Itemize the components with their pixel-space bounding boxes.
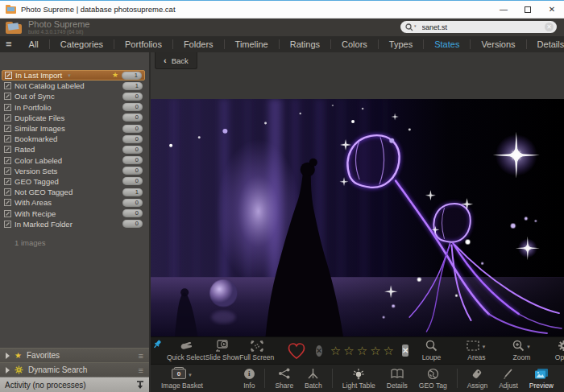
image-basket-button[interactable]: 0▼ Image Basket bbox=[156, 367, 209, 390]
areas-button[interactable]: ▼ Areas bbox=[454, 340, 499, 361]
minimize-button[interactable]: — bbox=[491, 1, 516, 18]
count-badge: 0 bbox=[122, 113, 143, 122]
sidebar-item-similar-images[interactable]: Similar Images 0 bbox=[2, 123, 145, 134]
favorite-heart-icon[interactable] bbox=[287, 342, 306, 360]
tab-timeline[interactable]: Timeline bbox=[225, 36, 280, 52]
sidebar-item-color-labeled[interactable]: Color Labeled 0 bbox=[2, 155, 145, 166]
count-badge: 0 bbox=[122, 135, 143, 143]
count-badge: 0 bbox=[122, 156, 143, 164]
batch-button[interactable]: Batch bbox=[299, 367, 328, 390]
star-icon[interactable]: ☆ bbox=[370, 345, 380, 357]
zoom-button[interactable]: ▼ Zoom bbox=[499, 340, 544, 361]
sidebar-item-not-catalog-labeled[interactable]: Not Catalog Labeled 1 bbox=[2, 80, 145, 91]
window-title: Photo Supreme | database photosupreme.ca… bbox=[21, 5, 176, 14]
clear-favorite-icon[interactable]: ✕ bbox=[316, 345, 322, 357]
sidebar-item-bookmarked[interactable]: Bookmarked 0 bbox=[2, 134, 145, 144]
tab-categories[interactable]: Categories bbox=[50, 36, 114, 52]
filter-label: Color Labeled bbox=[15, 156, 62, 165]
quick-select-button[interactable]: Quick Select bbox=[167, 340, 205, 361]
sidebar-item-with-areas[interactable]: With Areas 0 bbox=[2, 197, 145, 208]
sidebar-item-with-recipe[interactable]: With Recipe 0 bbox=[2, 208, 145, 218]
sidebar-item-rated[interactable]: Rated 0 bbox=[2, 144, 145, 155]
options-button[interactable]: ▼ Options bbox=[544, 340, 564, 361]
panel-menu-icon[interactable]: ≡ bbox=[139, 365, 143, 375]
search-box[interactable]: ▾ ✕ bbox=[400, 21, 557, 33]
count-badge: 1 bbox=[122, 188, 143, 196]
preview-button[interactable]: Preview bbox=[524, 367, 559, 390]
star-icon[interactable]: ☆ bbox=[384, 345, 394, 357]
sidebar-item-in-portfolio[interactable]: In Portfolio 0 bbox=[2, 102, 145, 113]
close-button[interactable]: ✕ bbox=[540, 1, 564, 18]
dropdown-arrow-icon[interactable]: ▼ bbox=[526, 345, 531, 349]
edit-checkbox-icon bbox=[4, 82, 11, 89]
search-input[interactable] bbox=[422, 23, 535, 31]
star-icon[interactable]: ☆ bbox=[357, 345, 367, 357]
info-button[interactable]: i Info bbox=[238, 367, 260, 390]
dashed-rect-icon bbox=[467, 340, 479, 351]
tab-details[interactable]: Details bbox=[527, 36, 564, 52]
star-icon[interactable]: ☆ bbox=[343, 345, 354, 357]
count-badge: 0 bbox=[122, 93, 143, 101]
full-screen-button[interactable]: Full Screen bbox=[239, 340, 274, 361]
geo-tag-button[interactable]: GEO Tag bbox=[413, 367, 453, 390]
photo-preview[interactable] bbox=[151, 99, 564, 336]
filter-dropdown-icon[interactable]: ▼ bbox=[67, 73, 72, 78]
tab-types[interactable]: Types bbox=[379, 36, 424, 52]
triangle-right-icon[interactable] bbox=[6, 353, 10, 359]
clear-rating-icon[interactable]: ✕ bbox=[402, 345, 408, 357]
count-badge: 0 bbox=[122, 167, 143, 175]
details-button[interactable]: Details bbox=[381, 367, 413, 390]
pushpin-icon[interactable] bbox=[152, 339, 163, 349]
dropdown-arrow-icon[interactable]: ▼ bbox=[188, 373, 193, 378]
share-button[interactable]: Share bbox=[269, 367, 299, 390]
sidebar-item-in-last-import[interactable]: In Last Import ▼ ★ 1 bbox=[2, 70, 145, 80]
button-label: Light Table bbox=[342, 382, 375, 390]
info-circle-icon: i bbox=[244, 369, 255, 379]
tab-folders[interactable]: Folders bbox=[173, 36, 225, 52]
sidebar-item-version-sets[interactable]: Version Sets 0 bbox=[2, 166, 145, 176]
tab-ratings[interactable]: Ratings bbox=[280, 36, 331, 52]
search-clear-icon[interactable]: ✕ bbox=[545, 23, 554, 31]
panel-favorites[interactable]: ★ Favorites ≡ bbox=[0, 348, 149, 362]
main-menu-icon[interactable]: ≡ bbox=[6, 38, 12, 50]
slide-show-button[interactable]: Slide Show bbox=[205, 340, 240, 361]
maximize-button[interactable] bbox=[516, 1, 540, 18]
panel-menu-icon[interactable]: ≡ bbox=[139, 351, 143, 361]
sidebar-item-out-of-sync[interactable]: Out of Sync 0 bbox=[2, 91, 145, 101]
pin-down-icon[interactable] bbox=[136, 381, 144, 390]
edit-checkbox-icon bbox=[4, 199, 11, 206]
button-label: Assign bbox=[467, 382, 488, 390]
maximize-icon bbox=[525, 6, 531, 13]
filter-label: Not Catalog Labeled bbox=[15, 81, 85, 90]
light-table-button[interactable]: Light Table bbox=[337, 367, 381, 390]
app-icon bbox=[6, 5, 16, 14]
dropdown-arrow-icon[interactable]: ▼ bbox=[481, 345, 486, 349]
back-button[interactable]: ‹ Back bbox=[155, 52, 197, 69]
tab-portfolios[interactable]: Portfolios bbox=[114, 36, 173, 52]
panel-dynamic-search[interactable]: Dynamic Search ≡ bbox=[0, 362, 149, 377]
triangle-right-icon[interactable] bbox=[6, 367, 10, 373]
button-label: Quick Select bbox=[167, 353, 205, 361]
tab-colors[interactable]: Colors bbox=[331, 36, 379, 52]
search-scope-dropdown-icon[interactable]: ▾ bbox=[414, 23, 417, 28]
button-label: Adjust bbox=[499, 382, 518, 390]
assign-button[interactable]: Assign bbox=[462, 367, 494, 390]
star-icon[interactable]: ☆ bbox=[330, 345, 341, 357]
edit-checkbox-icon bbox=[4, 178, 11, 185]
sidebar-item-geo-tagged[interactable]: GEO Tagged 0 bbox=[2, 176, 145, 187]
tab-states[interactable]: States bbox=[424, 36, 471, 52]
adjust-button[interactable]: Adjust bbox=[493, 367, 524, 390]
app-window: Photo Supreme | database photosupreme.ca… bbox=[0, 0, 564, 392]
count-badge: 0 bbox=[122, 220, 143, 228]
magnifier-plus-icon bbox=[512, 340, 525, 352]
filter-label: Similar Images bbox=[15, 124, 65, 133]
sidebar-item-in-marked-folder[interactable]: In Marked Folder 0 bbox=[2, 219, 145, 229]
sidebar-item-duplicate-files[interactable]: Duplicate Files 0 bbox=[2, 113, 145, 123]
content-pane: ‹ Back bbox=[149, 52, 564, 392]
loupe-button[interactable]: Loupe bbox=[408, 340, 454, 361]
sidebar-item-not-geo-tagged[interactable]: Not GEO Tagged 1 bbox=[2, 187, 145, 197]
tab-all[interactable]: All bbox=[19, 36, 50, 52]
hand-select-icon bbox=[179, 340, 193, 352]
basket-icon: 0 bbox=[172, 369, 186, 379]
tab-versions[interactable]: Versions bbox=[471, 36, 526, 52]
